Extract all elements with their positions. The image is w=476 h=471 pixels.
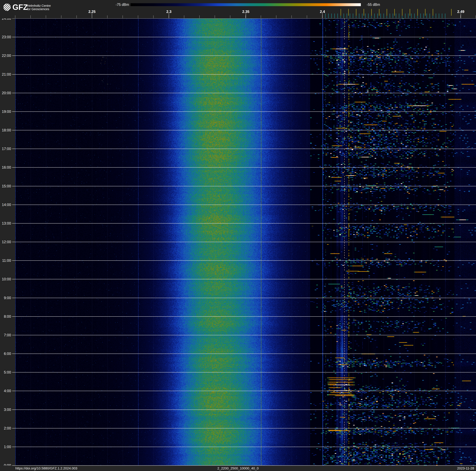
hour-gridline xyxy=(12,447,476,447)
wifi-channel-tick xyxy=(387,9,387,16)
freq-minor-tick xyxy=(184,15,184,18)
time-label: 8:00 xyxy=(0,314,11,319)
hour-gridline xyxy=(12,372,476,372)
freq-major-tick xyxy=(246,13,246,18)
time-label: 1:00 xyxy=(0,445,11,449)
ble-channel-tick xyxy=(368,14,369,18)
brand-subtitle: Helmholtz Centre for Geosciences xyxy=(27,4,51,11)
colorbar-max-label: -55 dBm xyxy=(367,3,380,7)
ble-channel-tick xyxy=(353,14,353,18)
ble-channel-tick xyxy=(405,14,405,18)
ble-channel-tick xyxy=(396,14,396,18)
hour-gridline xyxy=(12,260,476,261)
header: GFZ Helmholtz Centre for Geosciences -75… xyxy=(0,0,476,18)
time-label: 5:00 xyxy=(0,370,11,375)
freq-minor-tick xyxy=(15,15,15,18)
ble-channel-tick xyxy=(334,14,335,18)
freq-minor-tick xyxy=(307,15,307,18)
freq-minor-tick xyxy=(61,15,61,18)
ble-channel-tick xyxy=(420,14,421,18)
ble-channel-tick xyxy=(439,14,439,18)
freq-minor-tick xyxy=(122,15,123,18)
hour-gridline xyxy=(12,130,476,130)
hour-gridline xyxy=(12,223,476,223)
time-label: 17:00 xyxy=(0,147,11,151)
wifi-channel-tick xyxy=(356,9,357,16)
footer: 2_2200_2500_10000_40_0 https://doi.org/1… xyxy=(0,466,476,471)
freq-minor-tick xyxy=(199,15,200,18)
ble-channel-tick xyxy=(436,14,436,18)
ble-channel-tick xyxy=(445,14,445,18)
time-label: 18:00 xyxy=(0,128,11,132)
ble-channel-tick xyxy=(344,14,344,18)
hour-gridline xyxy=(12,55,476,56)
hour-gridline xyxy=(12,93,476,93)
ble-channel-tick xyxy=(331,14,332,18)
gfz-globe-icon xyxy=(3,3,11,11)
freq-minor-tick xyxy=(153,15,153,18)
time-label: 23:00 xyxy=(0,35,11,39)
ble-channel-tick xyxy=(347,14,347,18)
ble-channel-tick xyxy=(325,14,325,18)
ble-channel-tick xyxy=(374,14,375,18)
ble-channel-tick xyxy=(362,14,362,18)
wifi-channel-tick xyxy=(371,9,372,16)
date-label: 2023-11-28 xyxy=(457,466,474,471)
time-label: 14:00 xyxy=(0,203,11,207)
doi-link: https://doi.org/10.5880/GFZ.1.2.2024.003 xyxy=(15,466,77,471)
hour-gridline xyxy=(12,149,476,149)
ble-channel-tick xyxy=(399,14,399,18)
wifi-channel-tick xyxy=(394,9,395,16)
wifi-channel-tick xyxy=(417,9,418,16)
time-label: 13:00 xyxy=(0,221,11,225)
freq-major-tick xyxy=(92,13,92,18)
ble-channel-tick xyxy=(426,14,427,18)
freq-minor-tick xyxy=(291,15,292,18)
brand-acronym: GFZ xyxy=(12,3,28,12)
hour-gridline xyxy=(12,74,476,74)
time-label: 3:00 xyxy=(0,408,11,412)
ble-channel-tick xyxy=(328,14,329,18)
ble-channel-tick xyxy=(414,14,415,18)
hour-gridline xyxy=(12,410,476,410)
time-label: 16:00 xyxy=(0,165,11,170)
hour-gridline xyxy=(12,279,476,279)
freq-minor-tick xyxy=(230,15,230,18)
ble-channel-tick xyxy=(384,14,384,18)
freq-minor-tick xyxy=(30,15,31,18)
ble-channel-tick xyxy=(411,14,411,18)
ble-channel-tick xyxy=(338,14,338,18)
colorbar xyxy=(131,3,361,6)
hour-gridline xyxy=(12,354,476,354)
time-label: 6:00 xyxy=(0,352,11,356)
freq-minor-tick xyxy=(138,15,138,18)
freq-label: 2.3 xyxy=(166,10,171,14)
freq-label: 2.35 xyxy=(242,10,250,14)
ble-channel-tick xyxy=(380,14,381,18)
time-label: 2:00 xyxy=(0,426,11,430)
freq-label: 2.49 xyxy=(457,10,464,14)
hour-gridline xyxy=(12,316,476,317)
hour-gridline xyxy=(12,37,476,37)
ble-channel-tick xyxy=(359,14,359,18)
ble-channel-tick xyxy=(377,14,378,18)
ble-channel-tick xyxy=(365,14,365,18)
ble-channel-tick xyxy=(424,14,424,18)
wifi-channel-tick xyxy=(340,9,341,16)
ble-channel-tick xyxy=(442,14,442,18)
hour-gridline xyxy=(12,298,476,298)
freq-minor-tick xyxy=(46,15,46,18)
time-label: 19:00 xyxy=(0,109,11,114)
ble-channel-tick xyxy=(350,14,350,18)
wifi-channel-tick xyxy=(379,9,379,16)
ble-channel-tick xyxy=(430,14,430,18)
time-label: 15:00 xyxy=(0,184,11,188)
freq-major-tick xyxy=(322,13,323,18)
time-label: 21:00 xyxy=(0,72,11,76)
time-label: 10:00 xyxy=(0,277,11,281)
time-label: 20:00 xyxy=(0,91,11,95)
freq-major-tick xyxy=(169,13,169,18)
hour-gridline xyxy=(12,335,476,335)
hour-gridline xyxy=(12,428,476,428)
freq-minor-tick xyxy=(76,15,77,18)
